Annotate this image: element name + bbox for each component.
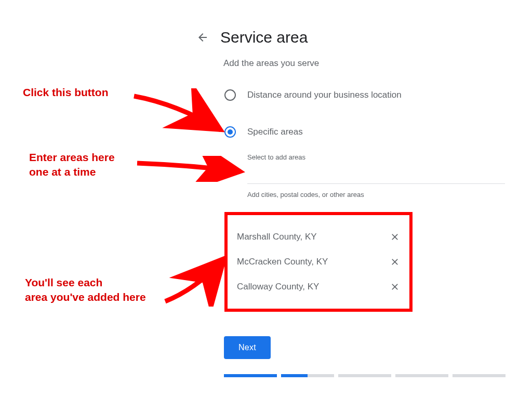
added-area-item: McCracken County, KY [235,249,402,274]
added-area-name: McCracken County, KY [237,257,328,267]
annotation-arrow-icon [134,156,248,182]
added-areas-panel: Marshall County, KY McCracken County, KY… [224,212,413,312]
radio-label-distance: Distance around your business location [247,90,402,100]
radio-option-specific[interactable]: Specific areas [224,126,303,138]
radio-label-specific: Specific areas [247,127,303,137]
back-arrow-icon[interactable] [196,31,209,44]
next-button[interactable]: Next [224,336,271,359]
added-area-item: Calloway County, KY [235,274,402,299]
progress-seg [224,374,277,377]
add-area-input[interactable] [247,162,505,184]
radio-icon [224,89,236,101]
page-title: Service area [220,29,308,46]
radio-icon-selected [224,126,236,138]
radio-dot-icon [228,129,233,135]
input-floating-label: Select to add areas [247,153,305,161]
annotation-click-button: Click this button [23,85,109,100]
radio-option-distance[interactable]: Distance around your business location [224,89,402,101]
added-area-name: Calloway County, KY [237,282,319,292]
progress-seg [338,374,391,377]
remove-area-icon[interactable] [390,282,400,292]
added-area-name: Marshall County, KY [237,232,317,242]
progress-seg [395,374,448,377]
annotation-arrow-icon [161,252,234,307]
remove-area-icon[interactable] [390,232,400,242]
page-header: Service area [196,29,308,46]
annotation-see-added: You'll see each area you've added here [25,275,146,305]
annotation-arrow-icon [130,88,234,140]
progress-seg [281,374,334,377]
progress-seg [453,374,506,377]
page-subtitle: Add the areas you serve [223,58,319,69]
input-helper-text: Add cities, postal codes, or other areas [247,191,364,198]
progress-bar [224,374,506,377]
remove-area-icon[interactable] [390,257,400,267]
annotation-enter-areas: Enter areas here one at a time [29,150,115,180]
added-area-item: Marshall County, KY [235,224,402,249]
